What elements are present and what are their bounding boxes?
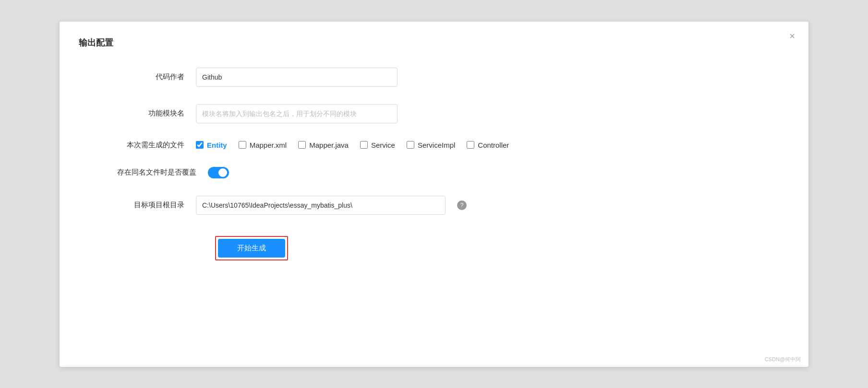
toggle-slider: [208, 167, 229, 178]
dialog: 输出配置 × 代码作者 功能模块名 本次需生成的文件 Entity Mapper…: [60, 22, 808, 367]
module-input[interactable]: [196, 104, 398, 123]
mapper-java-label: Mapper.java: [309, 141, 349, 149]
checkbox-controller[interactable]: Controller: [467, 141, 509, 149]
service-impl-label: ServiceImpl: [418, 141, 455, 149]
watermark: CSDN@何中阿: [765, 356, 801, 363]
service-label: Service: [371, 141, 395, 149]
files-label: 本次需生成的文件: [117, 141, 184, 150]
module-label: 功能模块名: [117, 109, 184, 118]
checkbox-mapper-xml[interactable]: Mapper.xml: [239, 141, 287, 149]
module-row: 功能模块名: [117, 104, 789, 123]
generate-button[interactable]: 开始生成: [218, 239, 285, 258]
files-row: 本次需生成的文件 Entity Mapper.xml Mapper.java S…: [117, 141, 789, 150]
mapper-xml-checkbox[interactable]: [239, 141, 246, 149]
help-icon[interactable]: ?: [457, 200, 467, 210]
form-section: 代码作者 功能模块名 本次需生成的文件 Entity Mapper.xml: [117, 68, 789, 260]
path-row: 目标项目根目录 ?: [117, 196, 789, 215]
controller-checkbox[interactable]: [467, 141, 474, 149]
close-button[interactable]: ×: [789, 31, 795, 41]
author-input[interactable]: [196, 68, 398, 87]
checkbox-entity[interactable]: Entity: [196, 141, 227, 149]
checkbox-service-impl[interactable]: ServiceImpl: [407, 141, 455, 149]
generate-row: 开始生成: [117, 232, 789, 260]
service-checkbox[interactable]: [360, 141, 368, 149]
path-input[interactable]: [196, 196, 446, 215]
mapper-xml-label: Mapper.xml: [250, 141, 287, 149]
checkbox-mapper-java[interactable]: Mapper.java: [298, 141, 349, 149]
overwrite-row: 存在同名文件时是否覆盖: [117, 167, 789, 178]
entity-checkbox[interactable]: [196, 141, 204, 149]
checkbox-service[interactable]: Service: [360, 141, 395, 149]
overwrite-toggle[interactable]: [208, 167, 229, 178]
mapper-java-checkbox[interactable]: [298, 141, 306, 149]
path-label: 目标项目根目录: [117, 200, 184, 210]
service-impl-checkbox[interactable]: [407, 141, 414, 149]
author-row: 代码作者: [117, 68, 789, 87]
checkbox-group: Entity Mapper.xml Mapper.java Service Se: [196, 141, 509, 149]
generate-btn-wrapper: 开始生成: [215, 236, 288, 260]
dialog-title: 输出配置: [79, 37, 789, 48]
overwrite-label: 存在同名文件时是否覆盖: [117, 168, 196, 177]
entity-label: Entity: [207, 141, 227, 149]
controller-label: Controller: [478, 141, 509, 149]
author-label: 代码作者: [117, 72, 184, 82]
